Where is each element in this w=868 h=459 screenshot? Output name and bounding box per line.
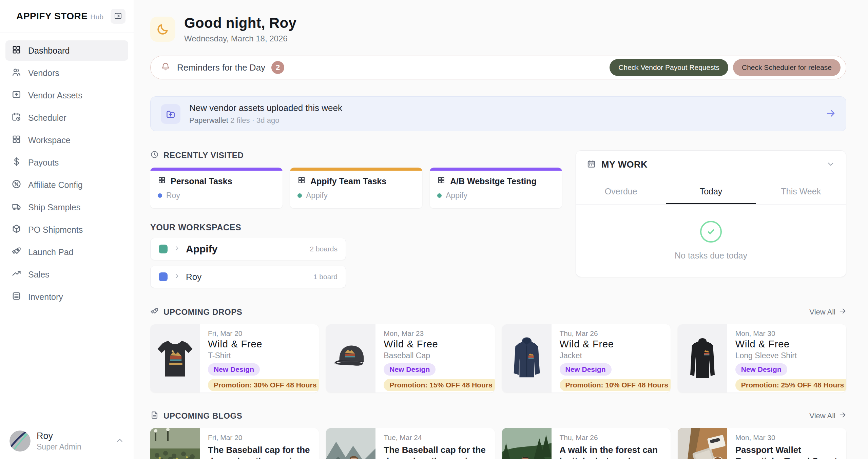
promotion-badge: Promotion: 30% OFF 48 Hours bbox=[208, 379, 319, 391]
truck-icon bbox=[12, 202, 21, 213]
folder-upload-icon bbox=[12, 90, 21, 101]
blog-title: Passport Wallet Essentials: Travel Smart… bbox=[735, 444, 838, 459]
board-grid-icon bbox=[437, 176, 445, 186]
blog-card-1[interactable]: Fri, Mar 20 The Baseball cap for the day… bbox=[150, 428, 319, 459]
sidebar-item-po-shipments[interactable]: PO Shipments bbox=[5, 219, 128, 240]
drop-title: Wild & Free bbox=[560, 339, 662, 350]
sidebar-item-launch-pad[interactable]: Launch Pad bbox=[5, 242, 128, 262]
blog-image-forest-walk bbox=[502, 428, 552, 459]
sidebar-item-dashboard[interactable]: Dashboard bbox=[5, 40, 128, 61]
tab-overdue[interactable]: Overdue bbox=[576, 179, 666, 204]
workspace-color-swatch bbox=[159, 245, 168, 253]
notification-text-block: New vendor assets uploaded this week Pap… bbox=[189, 103, 342, 125]
calendar-clock-icon bbox=[12, 112, 21, 124]
workspace-name: Appify bbox=[186, 243, 217, 255]
sidebar-item-label: Sales bbox=[28, 270, 50, 280]
dashboard-grid-icon bbox=[12, 45, 21, 57]
drop-title: Wild & Free bbox=[208, 339, 311, 350]
workspace-name: Roy bbox=[186, 272, 201, 282]
calendar-icon bbox=[587, 159, 596, 170]
workspace-row-roy[interactable]: Roy 1 board bbox=[150, 266, 346, 288]
board-grid-icon bbox=[297, 176, 306, 186]
user-menu[interactable]: Roy Super Admin bbox=[0, 423, 134, 459]
dollar-icon bbox=[12, 157, 21, 169]
blog-cards: Fri, Mar 20 The Baseball cap for the day… bbox=[150, 428, 846, 459]
sidebar-item-label: Payouts bbox=[28, 158, 59, 168]
arrow-right-icon bbox=[839, 307, 846, 317]
drop-card-long-sleeve[interactable]: Mon, Mar 30 Wild & Free Long Sleeve Shir… bbox=[678, 324, 846, 393]
drops-view-all-link[interactable]: View All bbox=[809, 307, 846, 317]
section-title: YOUR WORKSPACES bbox=[150, 223, 241, 232]
sidebar-item-label: Vendor Assets bbox=[28, 91, 82, 100]
app-logo-text: APPIFY STORE bbox=[16, 11, 88, 21]
drop-card-baseball-cap[interactable]: Mon, Mar 23 Wild & Free Baseball Cap New… bbox=[326, 324, 495, 393]
tab-today[interactable]: Today bbox=[666, 179, 756, 204]
drop-card-jacket[interactable]: Thu, Mar 26 Wild & Free Jacket New Desig… bbox=[502, 324, 671, 393]
workspace-board-count: 1 board bbox=[313, 273, 337, 281]
sidebar-collapse-button[interactable] bbox=[111, 9, 126, 24]
panel-collapse-icon bbox=[114, 12, 122, 21]
avatar bbox=[9, 431, 31, 452]
sidebar-item-inventory[interactable]: Inventory bbox=[5, 287, 128, 307]
notification-vendor: Paperwallet bbox=[189, 116, 228, 125]
drop-date: Mon, Mar 23 bbox=[384, 329, 486, 338]
upcoming-blogs-section: UPCOMING BLOGS View All Fri, Mar 20 The … bbox=[150, 411, 846, 459]
check-scheduler-button[interactable]: Check Scheduler for release bbox=[733, 59, 841, 76]
sidebar-item-affiliate-config[interactable]: Affiliate Config bbox=[5, 175, 128, 195]
sidebar-item-label: Inventory bbox=[28, 292, 63, 302]
reminder-actions: Check Vendor Payout Requests Check Sched… bbox=[610, 59, 841, 76]
document-icon bbox=[150, 411, 159, 421]
product-image-jacket bbox=[502, 324, 552, 393]
blog-image-passport-wallet bbox=[678, 428, 727, 459]
new-design-badge: New Design bbox=[560, 363, 612, 376]
percent-badge-icon bbox=[12, 179, 21, 191]
blog-image-stadium bbox=[150, 428, 200, 459]
my-work-empty-state: No tasks due today bbox=[576, 205, 846, 277]
blog-card-4[interactable]: Mon, Mar 30 Passport Wallet Essentials: … bbox=[678, 428, 846, 459]
blog-card-2[interactable]: Tue, Mar 24 The Baseball cap for the day… bbox=[326, 428, 495, 459]
section-title: UPCOMING DROPS bbox=[163, 307, 242, 317]
users-icon bbox=[12, 67, 21, 79]
sidebar-item-workspace[interactable]: Workspace bbox=[5, 130, 128, 150]
drop-card-tshirt[interactable]: Fri, Mar 20 Wild & Free T-Shirt New Desi… bbox=[150, 324, 319, 393]
greeting-header: Good night, Roy Wednesday, March 18, 202… bbox=[150, 15, 846, 43]
sidebar-item-payouts[interactable]: Payouts bbox=[5, 152, 128, 173]
drop-subtitle: T-Shirt bbox=[208, 351, 311, 360]
recent-card-owner: Appify bbox=[306, 191, 328, 200]
drop-date: Mon, Mar 30 bbox=[735, 329, 838, 338]
workspace-board-count: 2 boards bbox=[310, 245, 337, 253]
check-vendor-payout-button[interactable]: Check Vendor Payout Requests bbox=[610, 59, 728, 76]
user-name: Roy bbox=[37, 431, 81, 441]
blog-date: Thu, Mar 26 bbox=[560, 434, 662, 442]
clock-icon bbox=[150, 150, 159, 160]
sidebar-item-vendor-assets[interactable]: Vendor Assets bbox=[5, 85, 128, 106]
blog-card-3[interactable]: Thu, Mar 26 A walk in the forest can be … bbox=[502, 428, 671, 459]
user-info: Roy Super Admin bbox=[37, 431, 81, 452]
recent-card-appify-team-tasks[interactable]: Appify Team Tasks Appify bbox=[290, 168, 422, 208]
app-logo: APPIFY STOREHub bbox=[16, 11, 103, 22]
recent-card-owner: Roy bbox=[166, 191, 180, 200]
workspace-row-appify[interactable]: Appify 2 boards bbox=[150, 238, 346, 260]
drop-title: Wild & Free bbox=[735, 339, 838, 350]
chevron-down-icon[interactable] bbox=[826, 160, 835, 170]
arrow-right-icon[interactable] bbox=[826, 108, 836, 120]
recent-card-personal-tasks[interactable]: Personal Tasks Roy bbox=[150, 168, 283, 208]
sidebar-item-scheduler[interactable]: Scheduler bbox=[5, 108, 128, 128]
sidebar-item-sales[interactable]: Sales bbox=[5, 264, 128, 285]
chevron-right-icon[interactable] bbox=[174, 245, 180, 253]
sidebar-item-ship-samples[interactable]: Ship Samples bbox=[5, 197, 128, 217]
drop-subtitle: Baseball Cap bbox=[384, 351, 486, 360]
tab-this-week[interactable]: This Week bbox=[756, 179, 846, 204]
recent-card-ab-website-testing[interactable]: A/B Websitge Testing Appify bbox=[430, 168, 562, 208]
promotion-badge: Promotion: 10% OFF 48 Hours bbox=[560, 379, 671, 391]
upcoming-drops-section: UPCOMING DROPS View All Fri, Mar 20 Wild… bbox=[150, 307, 846, 393]
check-circle-icon bbox=[700, 221, 722, 243]
owner-dot bbox=[158, 193, 162, 198]
blogs-view-all-link[interactable]: View All bbox=[809, 411, 846, 421]
chevron-right-icon[interactable] bbox=[174, 273, 180, 281]
vendor-assets-notification[interactable]: New vendor assets uploaded this week Pap… bbox=[150, 96, 846, 131]
workspace-color-swatch bbox=[159, 272, 168, 281]
reminders-bar: Reminders for the Day 2 Check Vendor Pay… bbox=[150, 56, 846, 79]
main-content: Good night, Roy Wednesday, March 18, 202… bbox=[134, 0, 868, 459]
sidebar-item-vendors[interactable]: Vendors bbox=[5, 63, 128, 83]
